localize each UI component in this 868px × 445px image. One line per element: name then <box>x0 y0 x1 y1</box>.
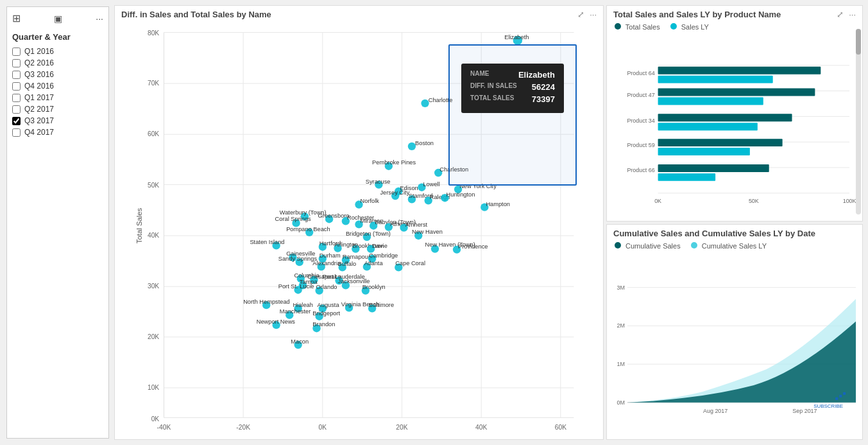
svg-text:Atlanta: Atlanta <box>364 260 384 266</box>
svg-text:Augusta: Augusta <box>318 302 340 308</box>
svg-text:40K: 40K <box>148 232 159 239</box>
svg-text:Product 59: Product 59 <box>627 142 654 148</box>
svg-text:Pembroke Pines: Pembroke Pines <box>372 159 416 166</box>
filter-item-q4-2017[interactable]: Q4 2017 <box>12 127 103 138</box>
svg-rect-108 <box>658 89 815 96</box>
svg-text:0K: 0K <box>654 198 661 204</box>
svg-text:Buffalo: Buffalo <box>338 261 357 267</box>
svg-text:Norfolk: Norfolk <box>361 198 380 204</box>
screen-icon: ▣ <box>54 13 62 24</box>
more-options-icon[interactable]: ··· <box>590 10 597 19</box>
filter-item-q3-2016[interactable]: Q3 2016 <box>12 69 103 80</box>
svg-text:Durham: Durham <box>319 252 341 259</box>
svg-text:Coral Springs: Coral Springs <box>275 216 311 222</box>
svg-text:-20K: -20K <box>236 424 250 431</box>
svg-text:Charlotte: Charlotte <box>429 97 453 103</box>
svg-text:3M: 3M <box>617 284 624 290</box>
svg-text:Product 66: Product 66 <box>627 167 654 173</box>
main-container: ⊞ ▣ ··· Quarter & Year Q1 2016Q2 2016Q3 … <box>0 0 868 445</box>
svg-rect-107 <box>658 76 773 83</box>
svg-rect-115 <box>658 173 716 181</box>
filter-item-q3-2017[interactable]: Q3 2017 <box>12 115 103 127</box>
svg-text:Huntington: Huntington <box>447 191 475 198</box>
filter-item-q2-2017[interactable]: Q2 2017 <box>12 103 103 115</box>
filter-panel-title: Quarter & Year <box>12 32 103 42</box>
svg-text:Product 47: Product 47 <box>627 92 654 99</box>
svg-text:Hampton: Hampton <box>486 201 510 207</box>
cumulative-legend: Cumulative Sales Cumulative Sales LY <box>607 240 862 252</box>
svg-text:1M: 1M <box>617 361 624 367</box>
svg-text:Pompano Beach: Pompano Beach <box>286 226 330 232</box>
filter-panel: ⊞ ▣ ··· Quarter & Year Q1 2016Q2 2016Q3 … <box>6 6 109 439</box>
svg-text:New York City: New York City <box>459 183 497 189</box>
scrollbar-thumb[interactable] <box>856 29 861 55</box>
svg-text:Product 34: Product 34 <box>627 118 654 124</box>
svg-rect-130 <box>843 392 846 394</box>
scatter-svg[interactable]: Total Sales 80K 70K 60K 50K 40K 30K 20K … <box>115 21 603 431</box>
svg-text:0M: 0M <box>617 399 624 405</box>
legend-sales-ly: Sales LY <box>670 23 709 31</box>
cumulative-chart-panel: Cumulative Sales and Cumulative Sales LY… <box>606 224 863 441</box>
grid-icon: ⊞ <box>12 12 21 24</box>
more-icon[interactable]: ··· <box>96 13 103 24</box>
svg-text:20K: 20K <box>396 424 407 431</box>
svg-text:Newport News: Newport News <box>257 318 296 325</box>
scrollbar[interactable] <box>856 29 861 214</box>
svg-text:Port St. Lucie: Port St. Lucie <box>278 283 314 290</box>
legend-cumulative-sales: Cumulative Sales <box>615 242 681 250</box>
svg-text:60K: 60K <box>148 130 159 137</box>
bar-more-icon[interactable]: ··· <box>849 10 856 19</box>
bar-chart-title: Total Sales and Sales LY by Product Name <box>613 10 781 19</box>
svg-rect-128 <box>835 397 838 399</box>
scatter-chart-header: Diff. in Sales and Total Sales by Name ⤢… <box>115 6 603 21</box>
cumulative-chart-title: Cumulative Sales and Cumulative Sales LY… <box>613 229 815 238</box>
svg-text:Baltimore: Baltimore <box>369 302 394 308</box>
svg-text:Staten Island: Staten Island <box>250 239 284 245</box>
svg-text:North Hempstead: North Hempstead <box>243 299 290 305</box>
svg-text:Lowell: Lowell <box>423 181 439 188</box>
svg-text:Aug 2017: Aug 2017 <box>703 407 728 414</box>
svg-rect-111 <box>658 123 758 130</box>
svg-text:Orlando: Orlando <box>316 284 337 290</box>
svg-text:Syracuse: Syracuse <box>366 179 391 185</box>
svg-rect-106 <box>658 67 821 74</box>
svg-text:80K: 80K <box>148 30 159 37</box>
filter-item-q1-2016[interactable]: Q1 2016 <box>12 46 103 57</box>
bar-chart-icons: ⤢ ··· <box>837 10 856 19</box>
svg-text:20K: 20K <box>148 333 159 340</box>
svg-text:Bridgeton (Town): Bridgeton (Town) <box>346 231 391 237</box>
content-area: Diff. in Sales and Total Sales by Name ⤢… <box>109 0 868 445</box>
svg-text:Brooklyn: Brooklyn <box>362 284 386 290</box>
svg-rect-112 <box>658 139 783 146</box>
filter-item-q1-2017[interactable]: Q1 2017 <box>12 92 103 103</box>
filter-item-q2-2016[interactable]: Q2 2016 <box>12 57 103 69</box>
svg-text:50K: 50K <box>148 182 159 189</box>
svg-text:Elizabeth: Elizabeth <box>504 34 529 40</box>
svg-text:Alexandria: Alexandria <box>312 260 341 266</box>
svg-text:0K: 0K <box>319 424 327 431</box>
cumulative-svg: 3M 2M 1M 0M Aug 2017 Sep 2017 SUBSC <box>607 252 862 435</box>
svg-text:Boston: Boston <box>415 140 434 146</box>
svg-text:Amherst: Amherst <box>405 222 428 228</box>
svg-rect-109 <box>658 98 763 105</box>
legend-total-sales: Total Sales <box>615 23 660 31</box>
svg-text:Sandy Springs: Sandy Springs <box>278 256 318 262</box>
svg-text:Product 64: Product 64 <box>627 70 654 76</box>
svg-text:SUBSCRIBE: SUBSCRIBE <box>813 403 843 408</box>
svg-text:50K: 50K <box>749 198 759 204</box>
svg-rect-114 <box>658 164 769 172</box>
svg-text:Bridgeport: Bridgeport <box>312 310 340 317</box>
svg-text:0K: 0K <box>151 415 160 423</box>
filter-items-container: Q1 2016Q2 2016Q3 2016Q4 2016Q1 2017Q2 20… <box>12 46 103 138</box>
cumulative-chart-header: Cumulative Sales and Cumulative Sales LY… <box>607 225 862 240</box>
filter-item-q4-2016[interactable]: Q4 2016 <box>12 80 103 92</box>
scatter-chart-title: Diff. in Sales and Total Sales by Name <box>121 10 271 19</box>
bar-svg: 0K 50K 100K Product 64 Product 47 Produc… <box>607 33 862 222</box>
svg-text:40K: 40K <box>475 424 487 431</box>
svg-text:Jersey City: Jersey City <box>380 189 409 196</box>
bar-legend: Total Sales Sales LY <box>607 21 862 33</box>
expand-icon[interactable]: ⤢ <box>577 10 584 19</box>
bar-expand-icon[interactable]: ⤢ <box>837 10 844 19</box>
scatter-chart-panel: Diff. in Sales and Total Sales by Name ⤢… <box>114 5 604 440</box>
svg-text:60K: 60K <box>555 424 566 431</box>
